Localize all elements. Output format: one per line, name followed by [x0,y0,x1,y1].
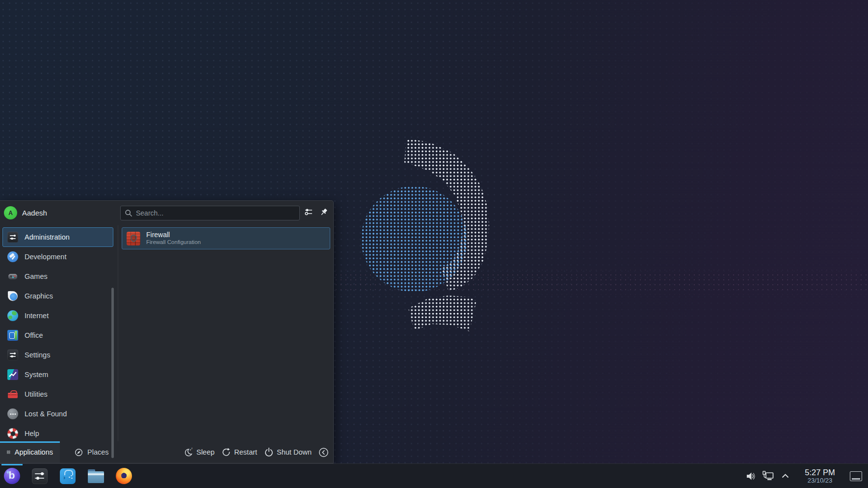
system-settings-button[interactable] [31,466,49,486]
category-label: Games [25,272,48,280]
sleep-label: Sleep [196,448,214,456]
tab-label: Applications [15,448,53,456]
category-label: Lost & Found [25,410,67,418]
lifebuoy-icon [7,428,18,439]
app-launcher-button[interactable]: + b [3,466,21,486]
desktop: A Aadesh [0,0,868,488]
gamepad-icon [7,271,18,282]
search-input[interactable] [136,209,295,217]
system-tray: 5:27 PM 23/10/23 [745,464,868,488]
category-label: Utilities [25,390,48,398]
performance-icon [7,369,18,380]
sliders-tile-icon [7,232,18,243]
wallpaper-logo [357,136,500,337]
category-scrollbar[interactable] [111,288,114,458]
file-manager-button[interactable] [87,466,105,486]
category-office[interactable]: Office [2,325,113,345]
moon-icon: z z [184,447,193,457]
app-item-firewall[interactable]: Firewall Firewall Configuration [122,227,330,249]
biglinux-logo: + b [4,468,20,484]
configure-button[interactable] [302,205,316,219]
toolbox-icon [7,389,18,400]
category-lost-and-found[interactable]: Lost & Found [2,404,113,424]
launcher-header: A Aadesh [0,201,333,225]
network-wired-icon [762,470,775,482]
category-graphics[interactable]: Graphics [2,286,113,306]
category-label: Administration [25,233,70,241]
tab-label: Places [87,448,109,456]
grid-icon [7,448,10,456]
user-avatar[interactable]: A [4,206,17,219]
volume-button[interactable] [745,471,756,482]
clock-time: 5:27 PM [798,468,842,477]
launcher-body: Administration Development Games Graphic… [0,225,333,441]
pin-icon [319,208,328,217]
launcher-footer: Applications Places z z Sleep [0,441,333,463]
taskbar-apps: + b › [3,464,132,488]
category-administration[interactable]: Administration [2,227,113,247]
app-launcher-menu: A Aadesh [0,200,334,463]
tab-applications[interactable]: Applications [0,441,60,463]
clock-date: 23/10/23 [798,477,842,485]
logo-disc [361,186,467,292]
category-label: Internet [25,312,49,320]
tab-places[interactable]: Places [68,441,116,463]
shutdown-label: Shut Down [277,448,312,456]
configure-sliders-icon [304,207,314,217]
app-title: Firewall [146,231,201,240]
ellipsis-circle-icon [7,408,18,419]
app-list: Firewall Firewall Configuration [118,225,333,441]
sleep-button[interactable]: z z Sleep [184,447,214,457]
digital-clock[interactable]: 5:27 PM 23/10/23 [798,468,842,485]
volume-icon [745,471,756,482]
category-utilities[interactable]: Utilities [2,384,113,404]
category-label: Graphics [25,292,53,300]
session-actions: z z Sleep Restart [184,447,333,458]
discover-button[interactable]: › [59,466,77,486]
restart-label: Restart [234,448,257,456]
firewall-bricks-icon [127,232,140,245]
category-label: Development [25,253,66,261]
taskbar: + b › [0,463,868,488]
firefox-button[interactable] [115,466,132,486]
category-label: System [25,371,48,379]
document-icon [7,330,18,341]
user-name: Aadesh [22,209,47,217]
globe-icon [7,310,18,321]
category-list: Administration Development Games Graphic… [0,225,118,441]
category-label: Help [25,430,39,437]
category-label: Office [25,331,43,339]
active-tab-indicator [0,441,60,443]
refresh-icon [221,447,231,457]
category-settings[interactable]: Settings [2,345,113,365]
shutdown-button[interactable]: Shut Down [264,447,312,457]
tray-expander-button[interactable] [781,472,790,480]
power-icon [264,447,274,457]
collapse-session-button[interactable] [318,447,329,458]
sliders-tile-icon [7,350,18,360]
shopping-bag-icon: › [60,468,76,484]
search-bar[interactable] [120,206,300,220]
sliders-tile-icon [32,468,48,484]
paint-drop-icon [7,291,18,301]
svg-text:z: z [191,447,193,450]
category-system[interactable]: System [2,365,113,384]
restart-button[interactable]: Restart [221,447,257,457]
category-label: Settings [25,351,50,359]
category-development[interactable]: Development [2,247,113,267]
chevron-left-circle-icon [318,447,329,458]
hammer-circle-icon [7,251,18,262]
category-internet[interactable]: Internet [2,306,113,325]
avatar-letter: A [8,210,13,217]
search-icon [125,209,132,217]
firefox-icon [116,468,132,484]
chevron-up-icon [781,472,790,480]
show-desktop-button[interactable] [850,471,862,481]
network-button[interactable] [762,470,775,482]
app-subtitle: Firewall Configuration [146,239,201,246]
category-help[interactable]: Help [2,424,113,443]
category-games[interactable]: Games [2,267,113,286]
compass-icon [75,448,83,457]
pin-button[interactable] [316,205,330,219]
folder-icon [88,469,104,483]
